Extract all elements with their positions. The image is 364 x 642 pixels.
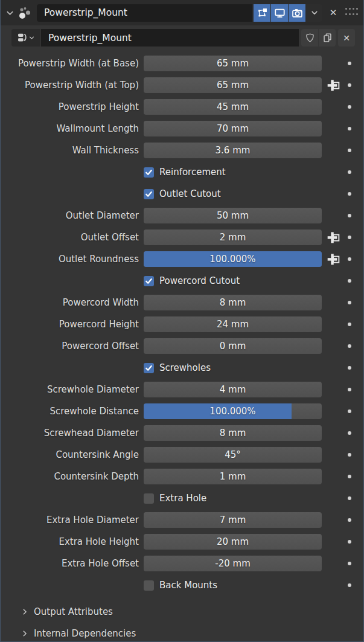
property-row: Outlet Offset2 mm [1, 226, 363, 248]
animate-dot[interactable] [348, 518, 351, 522]
checkbox-label: Screwholes [159, 362, 211, 373]
checkbox[interactable] [144, 363, 154, 373]
number-field[interactable]: 3.6 mm [144, 143, 322, 158]
checkbox[interactable] [144, 167, 154, 178]
animate-dot[interactable] [348, 366, 351, 370]
widget-area: 8 mm [144, 425, 322, 441]
input-attribute-toggle[interactable] [325, 77, 341, 93]
modifier-rows: Powerstrip Width (at Base)65 mmPowerstri… [1, 49, 363, 596]
animate-dot[interactable] [348, 105, 351, 109]
animate-dot[interactable] [348, 149, 351, 152]
number-field[interactable]: -20 mm [144, 556, 322, 571]
display-editmode-toggle[interactable] [254, 4, 270, 22]
animate-dot[interactable] [348, 344, 351, 348]
animate-dot[interactable] [348, 431, 351, 435]
slider-field[interactable]: 100.000% [144, 251, 322, 267]
animate-dot[interactable] [348, 409, 351, 413]
widget-area: Outlet Cutout [144, 188, 322, 199]
number-field[interactable]: 1 mm [144, 469, 322, 484]
property-label: Countersink Depth [1, 471, 139, 482]
checkbox[interactable] [144, 189, 154, 199]
animate-dot[interactable] [348, 170, 351, 174]
field-value: 7 mm [220, 515, 246, 525]
property-row: Screwholes [1, 357, 363, 379]
field-value: 65 mm [217, 58, 249, 69]
slider-field[interactable]: 100.000% [144, 403, 322, 419]
property-row: Countersink Angle45° [1, 444, 363, 466]
close-icon: ✕ [343, 33, 350, 43]
subpanel-output-attributes[interactable]: Output Attributes [1, 601, 363, 623]
subpanel-internal-dependencies[interactable]: Internal Dependencies [1, 623, 363, 642]
fake-user-toggle[interactable] [301, 29, 318, 47]
number-field[interactable]: 65 mm [144, 77, 322, 93]
property-row: Extra Hole Offset-20 mm [1, 553, 363, 574]
display-render-toggle[interactable] [289, 4, 305, 22]
node-tree-browse-button[interactable] [11, 29, 40, 47]
animate-dot[interactable] [348, 583, 351, 587]
extras-dropdown-button[interactable] [306, 4, 322, 22]
number-field[interactable]: 2 mm [144, 230, 322, 245]
number-field[interactable]: 70 mm [144, 121, 322, 136]
checkbox[interactable] [144, 276, 154, 286]
animate-dot[interactable] [348, 540, 351, 544]
property-row: Powercord Offset0 mm [1, 335, 363, 357]
attr-slot [325, 273, 341, 289]
checkmark-icon [145, 364, 153, 372]
animate-dot[interactable] [348, 301, 351, 304]
property-label: Countersink Angle [1, 449, 139, 460]
number-field[interactable]: 45° [144, 447, 322, 463]
camera-icon [292, 8, 302, 18]
subpanel-label: Output Attributes [34, 606, 113, 617]
property-row: Powercord Cutout [1, 270, 363, 292]
animate-dot[interactable] [348, 83, 351, 87]
widget-area: 65 mm [144, 56, 322, 71]
input-attribute-toggle[interactable] [325, 251, 341, 267]
animate-dot[interactable] [348, 453, 351, 457]
animate-dot[interactable] [348, 279, 351, 283]
animate-dot[interactable] [348, 236, 351, 239]
field-value: 65 mm [217, 80, 249, 91]
delete-modifier-button[interactable]: ✕ [325, 4, 342, 22]
number-field[interactable]: 8 mm [144, 425, 322, 441]
unlink-node-tree-button[interactable]: ✕ [338, 29, 355, 47]
drag-handle[interactable] [345, 8, 359, 18]
number-field[interactable]: 65 mm [144, 56, 322, 71]
number-field[interactable]: 0 mm [144, 338, 322, 354]
widget-area: Powercord Cutout [144, 275, 322, 286]
animate-dot[interactable] [348, 323, 351, 326]
attr-slot [325, 469, 341, 484]
number-field[interactable]: 50 mm [144, 208, 322, 223]
animate-dot[interactable] [348, 214, 351, 217]
property-row: Wall Thickness3.6 mm [1, 140, 363, 161]
animate-dot[interactable] [348, 62, 351, 65]
property-label: Extra Hole Height [1, 536, 139, 547]
number-field[interactable]: 20 mm [144, 534, 322, 550]
animate-dot[interactable] [348, 127, 351, 130]
number-field[interactable]: 45 mm [144, 99, 322, 115]
attr-slot [325, 512, 341, 528]
animate-dot[interactable] [348, 562, 351, 565]
number-field[interactable]: 4 mm [144, 382, 322, 397]
checkbox[interactable] [144, 493, 154, 504]
animate-dot[interactable] [348, 388, 351, 391]
input-attribute-toggle[interactable] [325, 230, 341, 245]
number-field[interactable]: 8 mm [144, 295, 322, 310]
number-field[interactable]: 7 mm [144, 512, 322, 528]
checkbox[interactable] [144, 580, 154, 591]
shield-icon [305, 33, 315, 42]
widget-area: 45° [144, 447, 322, 463]
animate-dot[interactable] [348, 475, 351, 478]
property-row: Powerstrip Width (at Top)65 mm [1, 74, 363, 96]
property-label: Outlet Roundness [1, 254, 139, 265]
duplicate-node-tree-button[interactable] [319, 29, 336, 47]
node-tree-name-field[interactable]: Powerstrip_Mount [41, 29, 299, 47]
number-field[interactable]: 24 mm [144, 316, 322, 332]
display-viewport-toggle[interactable] [271, 4, 288, 22]
animate-dot[interactable] [348, 257, 351, 261]
property-row: Powerstrip Height45 mm [1, 96, 363, 118]
modifier-name-field[interactable]: Powerstrip_Mount [37, 4, 252, 22]
panel-collapse-chevron-icon[interactable] [4, 7, 15, 18]
animate-dot[interactable] [348, 192, 351, 196]
animate-dot[interactable] [348, 496, 351, 500]
field-value: 20 mm [217, 536, 249, 547]
